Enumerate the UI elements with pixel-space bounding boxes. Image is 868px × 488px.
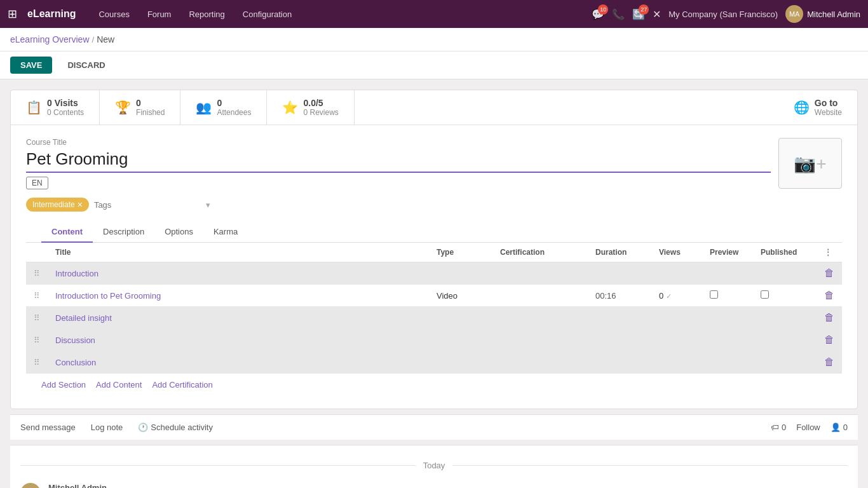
visits-icon: 📋 (26, 100, 42, 115)
user-name: Mitchell Admin (807, 10, 860, 19)
breadcrumb-current: New (97, 34, 114, 44)
follow-button[interactable]: Follow (796, 423, 820, 432)
section-title-detailed[interactable]: Detailed insight (55, 313, 112, 323)
language-badge[interactable]: EN (26, 177, 48, 189)
stats-bar: 📋 0 Visits 0 Contents 🏆 0 Finished 👥 0 A… (11, 90, 857, 125)
col-drag (26, 243, 48, 262)
course-title-input[interactable] (26, 149, 771, 173)
send-message-button[interactable]: Send message (20, 423, 76, 432)
apps-menu-icon[interactable]: ⊞ (8, 7, 17, 21)
likes-counter: 🏷 0 (771, 423, 786, 432)
col-title: Title (48, 243, 429, 262)
drag-handle-icon[interactable]: ⠿ (34, 269, 40, 278)
nav-reporting[interactable]: Reporting (181, 7, 232, 22)
timeline-user-name: Mitchell Admin (48, 483, 137, 488)
breadcrumb-parent[interactable]: eLearning Overview (10, 34, 90, 44)
finished-icon: 🏆 (115, 100, 131, 115)
delete-detailed-icon[interactable]: 🗑 (824, 312, 834, 323)
content-table-wrap: Title Type Certification Duration Views … (26, 243, 842, 374)
tab-description[interactable]: Description (93, 222, 154, 243)
visits-main: 0 Visits (47, 98, 84, 108)
top-navigation: ⊞ eLearning Courses Forum Reporting Conf… (0, 0, 868, 28)
stat-reviews[interactable]: ⭐ 0.0/5 0 Reviews (267, 90, 354, 125)
timeline-avatar: MA (20, 483, 41, 488)
col-preview: Preview (702, 243, 753, 262)
settings-icon[interactable]: ✕ (653, 8, 661, 20)
add-content-link[interactable]: Add Content (96, 380, 142, 390)
nav-courses[interactable]: Courses (91, 7, 137, 22)
table-row: ⠿ Detailed insight 🗑 (26, 307, 842, 329)
delete-discussion-icon[interactable]: 🗑 (824, 334, 834, 345)
log-note-button[interactable]: Log note (91, 423, 123, 432)
reviews-sub: 0 Reviews (303, 108, 338, 117)
drag-handle-icon[interactable]: ⠿ (34, 291, 40, 301)
views-check-icon: ✓ (666, 292, 672, 300)
section-title-discussion[interactable]: Discussion (55, 336, 95, 345)
content-views-cell: 0 ✓ (651, 285, 702, 307)
content-tabs: Content Description Options Karma (26, 222, 842, 243)
tags-dropdown-icon[interactable]: ▾ (206, 200, 210, 210)
user-menu[interactable]: MA Mitchell Admin (785, 5, 860, 23)
content-duration-cell: 00:16 (588, 285, 651, 307)
col-cert: Certification (492, 243, 588, 262)
tab-content[interactable]: Content (41, 222, 93, 243)
tags-input[interactable] (94, 200, 201, 210)
reviews-icon: ⭐ (282, 100, 298, 115)
content-title-intro-petgrooming[interactable]: Introduction to Pet Grooming (55, 291, 161, 301)
brand-name[interactable]: eLearning (27, 8, 76, 20)
phone-icon[interactable]: 📞 (612, 8, 625, 20)
user-avatar: MA (785, 5, 803, 23)
followers-icon: 👤 (831, 423, 841, 432)
add-section-link[interactable]: Add Section (41, 380, 86, 390)
course-photo-upload[interactable]: 📷+ (778, 138, 842, 189)
table-row: ⠿ Introduction 🗑 (26, 262, 842, 285)
website-main: Go to (815, 98, 842, 108)
reviews-main: 0.0/5 (303, 98, 338, 108)
section-title-conclusion[interactable]: Conclusion (55, 358, 96, 367)
published-checkbox[interactable] (761, 290, 769, 299)
course-card: 📋 0 Visits 0 Contents 🏆 0 Finished 👥 0 A… (10, 90, 858, 409)
stat-attendees[interactable]: 👥 0 Attendees (180, 90, 267, 125)
attendees-icon: 👥 (196, 100, 212, 115)
website-icon: 🌐 (794, 100, 810, 115)
save-button[interactable]: SAVE (10, 57, 52, 74)
course-form: Course Title EN 📷+ Intermediate × ▾ (11, 125, 857, 409)
tab-options[interactable]: Options (154, 222, 203, 243)
add-certification-link[interactable]: Add Certification (152, 380, 212, 390)
schedule-activity-button[interactable]: 🕐 Schedule activity (138, 423, 213, 432)
drag-handle-icon[interactable]: ⠿ (34, 358, 40, 367)
nav-forum[interactable]: Forum (140, 7, 179, 22)
content-cert-cell (492, 285, 588, 307)
followers-count: 0 (843, 423, 848, 432)
intermediate-tag[interactable]: Intermediate × (26, 198, 89, 212)
attendees-main: 0 (217, 98, 251, 108)
preview-checkbox[interactable] (710, 290, 718, 299)
col-views: Views (651, 243, 702, 262)
more-options-icon[interactable]: ⋮ (824, 248, 832, 257)
col-type: Type (429, 243, 492, 262)
camera-icon: 📷+ (794, 153, 826, 174)
stat-website[interactable]: 🌐 Go to Website (778, 90, 857, 125)
drag-handle-icon[interactable]: ⠿ (34, 313, 40, 323)
timeline-section: Today MA Mitchell Admin Creating a new r… (10, 445, 858, 488)
tab-karma[interactable]: Karma (203, 222, 248, 243)
discard-button[interactable]: DISCARD (57, 57, 115, 74)
delete-conclusion-icon[interactable]: 🗑 (824, 356, 834, 367)
chat-badge: 10 (598, 4, 608, 15)
finished-main: 0 (136, 98, 165, 108)
delete-introduction-icon[interactable]: 🗑 (824, 268, 834, 278)
delete-intro-petgrooming-icon[interactable]: 🗑 (824, 290, 834, 301)
stat-visits[interactable]: 📋 0 Visits 0 Contents (11, 90, 100, 125)
activity-icon[interactable]: 🔄 27 (632, 8, 645, 20)
tag-remove-icon[interactable]: × (78, 200, 83, 210)
course-title-row: Course Title EN 📷+ (26, 138, 842, 189)
tags-row: Intermediate × ▾ (26, 198, 842, 212)
chat-icon[interactable]: 💬 10 (592, 8, 604, 20)
stat-finished[interactable]: 🏆 0 Finished (100, 90, 180, 125)
add-links-row: Add Section Add Content Add Certificatio… (26, 374, 842, 396)
col-published: Published (753, 243, 817, 262)
section-title-introduction[interactable]: Introduction (55, 269, 98, 278)
nav-configuration[interactable]: Configuration (235, 7, 299, 22)
drag-handle-icon[interactable]: ⠿ (34, 336, 40, 345)
timeline-entry: MA Mitchell Admin Creating a new record.… (20, 480, 848, 488)
